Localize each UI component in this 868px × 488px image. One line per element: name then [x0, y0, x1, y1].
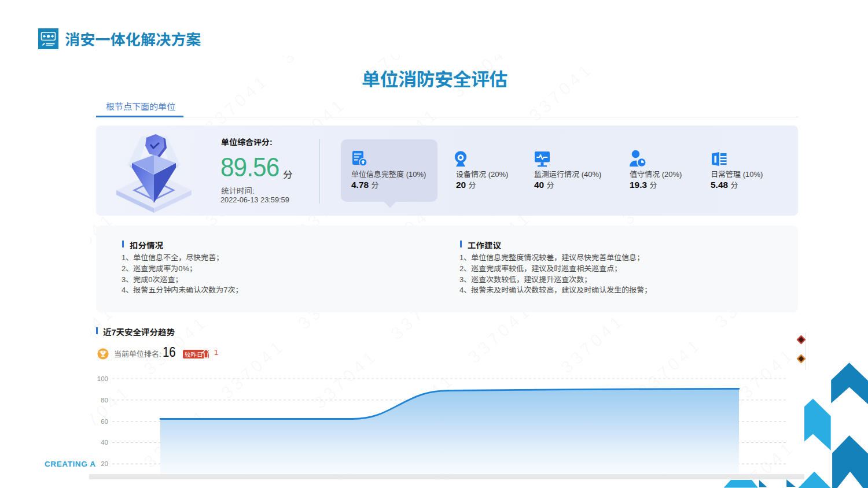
- svg-text:100: 100: [97, 375, 108, 382]
- svg-text:40: 40: [101, 439, 108, 446]
- svg-text:60: 60: [101, 418, 108, 425]
- svg-text:80: 80: [101, 397, 108, 404]
- svg-text:20: 20: [101, 460, 108, 467]
